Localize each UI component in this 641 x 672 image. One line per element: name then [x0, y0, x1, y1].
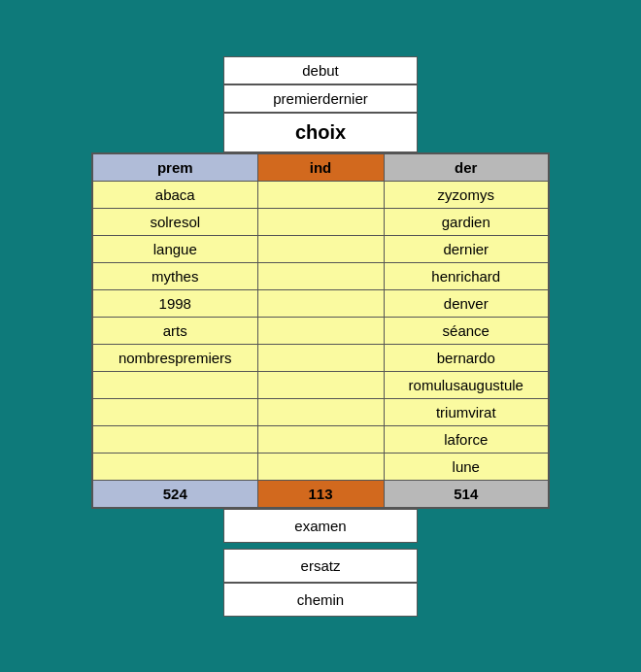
- table-row: 1998denver: [92, 289, 549, 317]
- cell-prem: 1998: [92, 289, 257, 317]
- cell-prem: [92, 371, 257, 398]
- choix-label: choix: [295, 121, 346, 143]
- cell-ind: [257, 235, 384, 262]
- top-section: debut premierdernier choix: [223, 56, 418, 152]
- chemin-label: chemin: [297, 591, 344, 608]
- premierdernier-label: premierdernier: [273, 90, 368, 107]
- cell-der: romulusaugustule: [384, 371, 549, 398]
- cell-ind: [257, 398, 384, 425]
- table-row: artsséance: [92, 317, 549, 344]
- page-container: debut premierdernier choix prem ind der: [91, 56, 550, 617]
- cell-prem: [92, 425, 257, 453]
- cell-der: laforce: [384, 425, 549, 453]
- cell-prem: nombrespremiers: [92, 344, 257, 371]
- chemin-cell: chemin: [223, 583, 418, 617]
- cell-prem: langue: [92, 235, 257, 262]
- cell-ind: [257, 262, 384, 289]
- cell-prem: abaca: [92, 181, 257, 208]
- footer-der: 514: [384, 480, 549, 508]
- cell-der: lune: [384, 453, 549, 480]
- table-row: laforce: [92, 425, 549, 453]
- table-row: romulusaugustule: [92, 371, 549, 398]
- cell-der: zyzomys: [384, 181, 549, 208]
- premierdernier-cell: premierdernier: [223, 84, 418, 113]
- cell-der: gardien: [384, 208, 549, 235]
- footer-ind: 113: [257, 480, 384, 508]
- cell-ind: [257, 371, 384, 398]
- cell-der: séance: [384, 317, 549, 344]
- cell-der: bernardo: [384, 344, 549, 371]
- cell-der: henrichard: [384, 262, 549, 289]
- cell-prem: arts: [92, 317, 257, 344]
- cell-prem: [92, 453, 257, 480]
- cell-ind: [257, 181, 384, 208]
- ersatz-label: ersatz: [301, 557, 341, 574]
- table-row: mytheshenrichard: [92, 262, 549, 289]
- debut-label: debut: [302, 62, 339, 79]
- cell-ind: [257, 208, 384, 235]
- table-row: solresolgardien: [92, 208, 549, 235]
- cell-ind: [257, 425, 384, 453]
- cell-ind: [257, 344, 384, 371]
- cell-der: denver: [384, 289, 549, 317]
- table-row: lune: [92, 453, 549, 480]
- cell-ind: [257, 317, 384, 344]
- header-prem: prem: [92, 153, 257, 182]
- cell-prem: [92, 398, 257, 425]
- examen-cell: examen: [223, 509, 418, 543]
- table-row: languedernier: [92, 235, 549, 262]
- cell-ind: [257, 453, 384, 480]
- main-table: prem ind der abacazyzomyssolresolgardien…: [91, 152, 550, 509]
- header-der: der: [384, 153, 549, 182]
- bottom-section: examen ersatz chemin: [223, 509, 418, 617]
- footer-prem: 524: [92, 480, 257, 508]
- cell-der: triumvirat: [384, 398, 549, 425]
- cell-prem: mythes: [92, 262, 257, 289]
- cell-der: dernier: [384, 235, 549, 262]
- cell-ind: [257, 289, 384, 317]
- debut-cell: debut: [223, 56, 418, 84]
- cell-prem: solresol: [92, 208, 257, 235]
- table-row: triumvirat: [92, 398, 549, 425]
- header-ind: ind: [257, 153, 384, 182]
- choix-cell: choix: [223, 113, 418, 152]
- table-row: nombrespremiersbernardo: [92, 344, 549, 371]
- table-row: abacazyzomys: [92, 181, 549, 208]
- ersatz-cell: ersatz: [223, 549, 418, 583]
- examen-label: examen: [294, 518, 346, 534]
